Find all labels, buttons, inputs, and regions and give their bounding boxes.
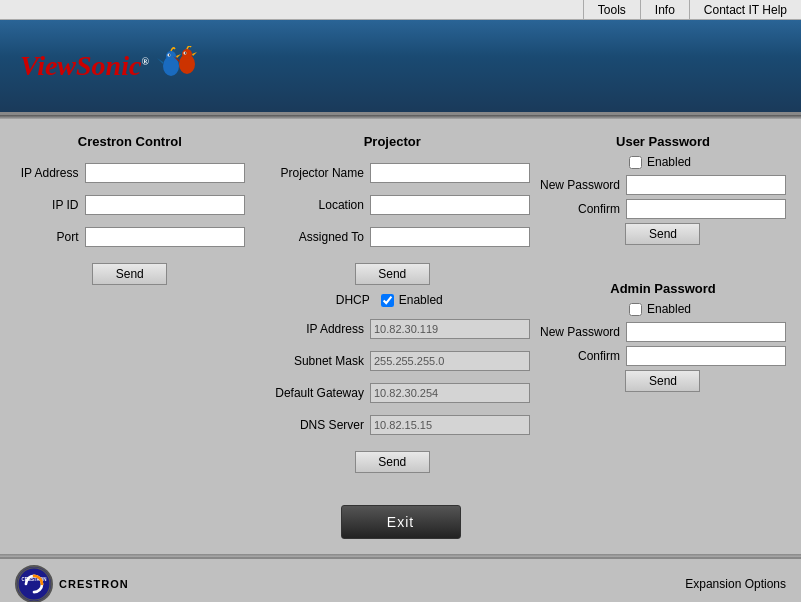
user-new-password-input[interactable] [626,175,786,195]
tools-menu-item[interactable]: Tools [583,0,640,19]
projector-location-row: Location [255,195,530,215]
svg-marker-5 [157,58,163,64]
dhcp-row: DHCP Enabled [255,293,530,307]
projector-subnet-mask-row: Subnet Mask [255,351,530,371]
admin-password-title: Admin Password [540,281,786,296]
crestron-ip-id-input[interactable] [85,195,245,215]
password-section: User Password Enabled New Password Confi… [540,134,786,490]
crestron-ip-id-label: IP ID [52,198,78,212]
crestron-ip-id-row: IP ID [15,195,245,215]
crestron-ip-address-row: IP Address [15,163,245,183]
admin-password-subsection: Admin Password Enabled New Password Conf… [540,281,786,392]
expansion-options-text: Expansion Options [685,577,786,591]
footer: CRESTRON CRESTRON Expansion Options [0,557,801,602]
projector-section: Projector Projector Name Location Assign… [255,134,530,490]
svg-point-10 [185,52,187,54]
projector-location-label: Location [319,198,364,212]
dhcp-checkbox[interactable] [381,294,394,307]
admin-confirm-label: Confirm [578,349,620,363]
projector-dns-server-label: DNS Server [300,418,364,432]
svg-marker-8 [192,52,197,56]
user-enabled-label: Enabled [647,155,691,169]
projector-send2-row: Send [255,451,530,473]
contact-label: Contact IT Help [704,3,787,17]
crestron-port-input[interactable] [85,227,245,247]
user-enabled-checkbox[interactable] [629,156,642,169]
projector-assigned-to-input[interactable] [370,227,530,247]
projector-dns-server-row: DNS Server [255,415,530,435]
projector-default-gateway-input[interactable] [370,383,530,403]
svg-point-4 [169,54,171,56]
svg-point-1 [166,51,176,61]
user-confirm-label: Confirm [578,202,620,216]
admin-enabled-checkbox[interactable] [629,303,642,316]
user-password-title: User Password [540,134,786,149]
admin-new-password-input[interactable] [626,322,786,342]
projector-name-input[interactable] [370,163,530,183]
main-content: Crestron Control IP Address IP ID Port S… [0,119,801,554]
crestron-ip-address-label: IP Address [21,166,79,180]
admin-new-password-row: New Password [540,322,786,342]
header: ViewSonic® [0,20,801,115]
crestron-port-label: Port [57,230,79,244]
crestron-port-row: Port [15,227,245,247]
admin-enabled-label: Enabled [647,302,691,316]
contact-it-help-menu-item[interactable]: Contact IT Help [689,0,801,19]
projector-location-input[interactable] [370,195,530,215]
logo-birds-icon [157,46,202,86]
exit-button[interactable]: Exit [341,505,461,539]
projector-assigned-to-row: Assigned To [255,227,530,247]
logo-area: ViewSonic® [20,46,202,86]
logo-text-span: ViewSonic [20,50,141,81]
admin-confirm-input[interactable] [626,346,786,366]
crestron-send-button[interactable]: Send [92,263,167,285]
projector-title: Projector [255,134,530,149]
user-confirm-input[interactable] [626,199,786,219]
projector-name-row: Projector Name [255,163,530,183]
user-password-subsection: User Password Enabled New Password Confi… [540,134,786,245]
exit-row: Exit [15,505,786,539]
projector-subnet-mask-input[interactable] [370,351,530,371]
columns: Crestron Control IP Address IP ID Port S… [15,134,786,490]
crestron-control-title: Crestron Control [15,134,245,149]
top-menu-bar: Tools Info Contact IT Help [0,0,801,20]
projector-ip-address-label: IP Address [306,322,364,336]
projector-ip-address-row: IP Address [255,319,530,339]
user-new-password-row: New Password [540,175,786,195]
tools-label: Tools [598,3,626,17]
projector-send2-button[interactable]: Send [355,451,430,473]
svg-point-7 [182,49,192,59]
admin-new-password-label: New Password [540,325,620,339]
crestron-logo-icon: CRESTRON [15,565,53,602]
svg-marker-2 [176,54,181,58]
crestron-control-section: Crestron Control IP Address IP ID Port S… [15,134,245,490]
dhcp-enabled-label: Enabled [399,293,443,307]
dhcp-label: DHCP [336,293,370,307]
crestron-text: CRESTRON [59,578,129,590]
info-label: Info [655,3,675,17]
projector-name-label: Projector Name [281,166,364,180]
admin-confirm-row: Confirm [540,346,786,366]
projector-subnet-mask-label: Subnet Mask [294,354,364,368]
viewsonic-logo-text: ViewSonic® [20,50,149,82]
projector-default-gateway-row: Default Gateway [255,383,530,403]
svg-point-12 [18,568,50,600]
user-new-password-label: New Password [540,178,620,192]
crestron-send-row: Send [15,263,245,285]
projector-assigned-to-label: Assigned To [299,230,364,244]
info-menu-item[interactable]: Info [640,0,689,19]
projector-dns-server-input[interactable] [370,415,530,435]
admin-send-button[interactable]: Send [625,370,700,392]
projector-send-row: Send [255,263,530,285]
user-send-row: Send [540,223,786,245]
crestron-ip-address-input[interactable] [85,163,245,183]
projector-default-gateway-label: Default Gateway [275,386,364,400]
admin-send-row: Send [540,370,786,392]
user-send-button[interactable]: Send [625,223,700,245]
logo-tm: ® [141,56,148,67]
user-confirm-row: Confirm [540,199,786,219]
projector-send-button[interactable]: Send [355,263,430,285]
user-enabled-row: Enabled [540,155,786,169]
projector-ip-address-input[interactable] [370,319,530,339]
crestron-logo: CRESTRON CRESTRON [15,565,129,602]
